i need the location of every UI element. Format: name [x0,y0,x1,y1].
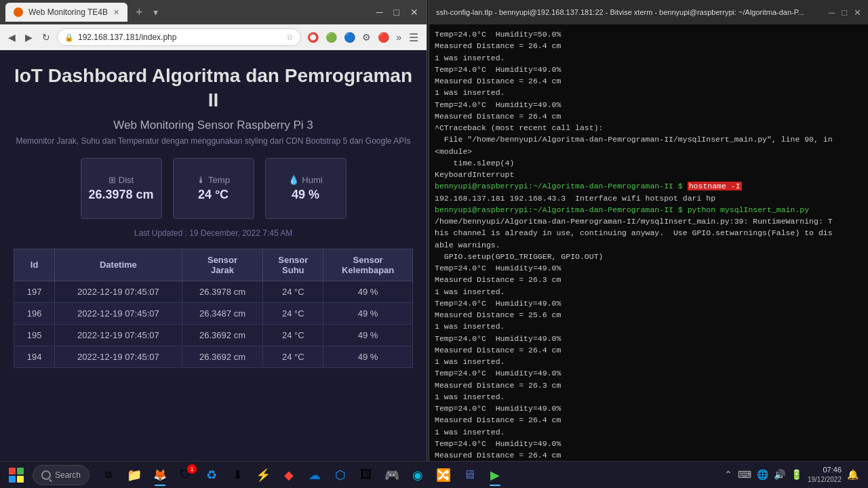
cell-datetime: 2022-12-19 07:45:07 [55,302,182,324]
reload-button[interactable]: ↻ [39,30,53,44]
extension4-icon[interactable]: 🔴 [376,30,391,44]
terminal-line: Temp=24.0°C Humidity=49.0% [435,438,863,449]
sourcetree-button[interactable]: 🔀 [431,463,456,487]
downloads-button[interactable]: ⬇ [225,463,250,487]
temp-card: 🌡 Temp 24 °C [173,158,254,219]
steam-button[interactable]: 🎮 [380,463,404,487]
terminal-line: Measured Distance = 25.6 cm [435,309,863,321]
network-icon[interactable]: 🌐 [757,469,768,480]
task-view-button[interactable]: ⧉ [96,463,121,487]
terminal-line: Measured Distance = 26.4 cm [435,110,863,122]
page-description: Memonitor Jarak, Suhu dan Temperatur den… [16,136,410,146]
nav-extras: ⭕ 🟢 🔵 ⚙ 🔴 » ☰ [305,30,421,45]
start-button[interactable] [4,463,28,487]
terminal-line: /home/bennyupi/Algoritma-dan-Pemrograman… [435,216,863,227]
humi-card: 💧 Humi 49 % [265,158,347,219]
onedrive-button[interactable]: ☁ [302,463,327,487]
humi-value: 49 % [292,188,319,202]
terminal-titlebar: ssh-config-lan.tlp - bennyupi@192.168.13… [429,0,868,24]
address-bar[interactable]: 🔒 192.168.137.181/index.php ☆ [57,28,301,46]
cell-jarak: 26.3692 cm [182,324,263,346]
col-jarak: SensorJarak [182,249,263,281]
new-tab-button[interactable]: + [130,5,149,20]
terminal-line: his channel is already in use, continuin… [435,227,863,239]
terminal-line: GPIO.setup(GPIO_TRIGGER, GPIO.OUT) [435,251,863,262]
url-text: 192.168.137.181/index.php [78,33,282,42]
cell-suhu: 24 °C [263,302,323,324]
firefox-taskbar-button[interactable]: 🦊 [148,463,172,487]
terminal-window-controls: ─ □ ✕ [829,7,861,18]
app-img-button[interactable]: 🖼 [354,463,378,487]
terminal-line: Temp=24.0°C Humidity=49.0% [435,262,863,274]
battery-icon[interactable]: 🔋 [791,469,802,480]
bitvise-button[interactable]: 🖥 [457,463,481,487]
terminal-line: 192.168.137.181 192.168.43.3 Interface w… [435,192,863,204]
back-button[interactable]: ◀ [5,30,18,44]
close-button[interactable]: ✕ [408,7,421,18]
minimize-button[interactable]: ─ [374,7,386,18]
terminal-title: ssh-config-lan.tlp - bennyupi@192.168.13… [436,8,823,16]
more-tools-icon[interactable]: » [394,30,403,44]
page-subtitle: Web Monitoring Sensor Raspberry Pi 3 [113,119,313,132]
search-label: Search [55,470,81,480]
window-controls: ─ □ ✕ [374,7,421,18]
last-updated: Last Updated : 19 December, 2022 7:45 AM [134,228,292,238]
cell-datetime: 2022-12-19 07:45:07 [55,281,182,302]
tab-close-button[interactable]: ✕ [113,8,119,17]
notifications-icon[interactable]: 🔔 [847,469,859,480]
app-teal-button[interactable]: ◉ [406,463,430,487]
pocket-icon[interactable]: ⭕ [305,30,321,44]
terminal-line: ^CTraceback (most recent call last): [435,122,863,134]
app-red-button[interactable]: ◆ [277,463,301,487]
browser-tab[interactable]: Web Monitoring TE4B ✕ [5,3,127,22]
keyboard-icon[interactable]: ⌨ [738,469,751,480]
terminal-line: Temp=24.0°C Humidity=49.0% [435,367,863,379]
col-kelembapan: SensorKelembapan [323,249,413,281]
extension3-icon[interactable]: ⚙ [360,30,373,44]
taskbar-time[interactable]: 07:46 19/12/2022 [808,465,842,485]
app-blue-button[interactable]: ⬡ [328,463,353,487]
forward-button[interactable]: ▶ [22,30,35,44]
terminal-line: bennyupi@raspberrypi:~/Algoritma-dan-Pem… [435,180,863,192]
terminal-line: bennyupi@raspberrypi:~/Algoritma-dan-Pem… [435,204,863,216]
terminal-line: time.sleep(4) [435,157,863,169]
humi-icon: 💧 [288,175,299,185]
lock-icon: 🔒 [64,33,74,42]
terminal-line: able warnings. [435,239,863,251]
terminal-line: File "/home/bennyupi/Algoritma-dan-Pemro… [435,134,863,145]
chevron-up-icon[interactable]: ⌃ [724,469,732,480]
terminal-content[interactable]: Temp=24.0°C Humidity=50.0%Measured Dista… [429,24,868,461]
terminal-maximize[interactable]: □ [842,7,847,18]
page-content: IoT Dashboard Algoritma dan Pemrograman … [0,50,427,461]
notification-badge: 1 [187,464,197,474]
file-explorer-button[interactable]: 📁 [122,463,146,487]
terminal-button[interactable]: ▶ [483,463,507,487]
browser-navbar: ◀ ▶ ↻ 🔒 192.168.137.181/index.php ☆ ⭕ 🟢 … [0,24,427,50]
volume-icon[interactable]: 🔊 [774,469,785,480]
table-row: 196 2022-12-19 07:45:07 26.3487 cm 24 °C… [14,302,413,324]
terminal-line: KeyboardInterrupt [435,169,863,180]
cell-datetime: 2022-12-19 07:45:07 [55,346,182,367]
ccleaner-button[interactable]: ♻ [199,463,224,487]
taskbar-search[interactable]: Search [33,465,90,485]
restore-button[interactable]: □ [391,7,402,18]
vscode-button[interactable]: ⚡ [251,463,275,487]
browser-titlebar: Web Monitoring TE4B ✕ + ▾ ─ □ ✕ [0,0,427,24]
bookmark-icon[interactable]: ☆ [286,33,294,42]
malwarebytes-button[interactable]: 🛡 1 [174,463,198,487]
table-row: 194 2022-12-19 07:45:07 26.3692 cm 24 °C… [14,346,413,367]
sensor-table: Id Datetime SensorJarak SensorSuhu Senso… [14,249,413,368]
cell-suhu: 24 °C [263,324,323,346]
extension1-icon[interactable]: 🟢 [323,30,339,44]
terminal-minimize[interactable]: ─ [829,7,835,18]
hamburger-menu[interactable]: ☰ [406,30,421,45]
terminal-line: Temp=24.0°C Humidity=49.0% [435,99,863,110]
terminal-close[interactable]: ✕ [854,7,861,18]
firefox-favicon [14,7,23,17]
extension2-icon[interactable]: 🔵 [342,30,357,44]
terminal-line: <module> [435,146,863,157]
humi-label: 💧 Humi [288,175,322,185]
terminal-line: Measured Distance = 26.4 cm [435,40,863,52]
cell-kelembapan: 49 % [323,324,413,346]
tab-scroll-arrow[interactable]: ▾ [151,7,161,18]
